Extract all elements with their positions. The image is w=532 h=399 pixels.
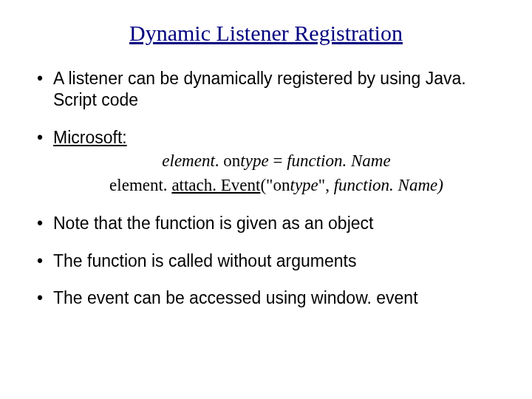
bullet-text: The event can be accessed using window. … xyxy=(53,288,418,307)
code-element: element. xyxy=(109,176,171,194)
code-open: ("on xyxy=(260,176,290,194)
bullet-text: A listener can be dynamically registered… xyxy=(53,69,466,109)
slide-title: Dynamic Listener Registration xyxy=(33,21,499,46)
bullet-list: A listener can be dynamically registered… xyxy=(33,68,499,309)
code-element: element xyxy=(162,151,215,170)
code-fn: function. Name xyxy=(287,151,391,170)
bullet-item: The function is called without arguments xyxy=(33,250,499,272)
bullet-item: The event can be accessed using window. … xyxy=(33,287,499,309)
bullet-item: A listener can be dynamically registered… xyxy=(33,68,499,111)
slide: Dynamic Listener Registration A listener… xyxy=(0,0,532,340)
bullet-item: Microsoft: element. ontype = function. N… xyxy=(33,127,499,197)
code-type: type xyxy=(240,151,268,170)
bullet-text: Microsoft: xyxy=(53,128,127,147)
code-eq: = xyxy=(269,151,287,170)
code-line-2: element. attach. Event("ontype", functio… xyxy=(53,175,499,197)
code-mid: ", xyxy=(318,176,334,194)
bullet-text: The function is called without arguments xyxy=(53,251,356,270)
bullet-text: Note that the function is given as an ob… xyxy=(53,214,373,233)
bullet-item: Note that the function is given as an ob… xyxy=(33,213,499,234)
code-dot-on: . on xyxy=(215,151,241,170)
code-close: ) xyxy=(437,176,443,194)
code-attach: attach. Event xyxy=(171,176,260,194)
code-fn: function. Name xyxy=(334,176,438,194)
code-type: type xyxy=(290,176,318,194)
code-line-1: element. ontype = function. Name xyxy=(53,151,499,172)
